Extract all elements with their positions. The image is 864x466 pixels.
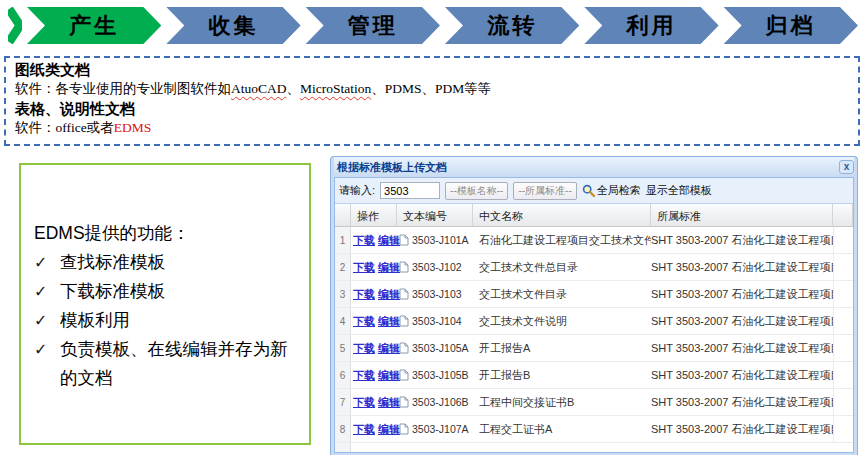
table-row[interactable]: 6 下载编辑 3503-J105B 开工报告B SHT 3503-2007 石油… — [335, 362, 853, 389]
doc-no-cell: 3503-J105A — [397, 342, 473, 354]
row-number: 2 — [335, 254, 351, 280]
process-stage-label: 利用 — [626, 11, 676, 41]
doc-no-text: 3503-J105B — [412, 369, 469, 381]
doc-no-cell: 3503-J103 — [397, 288, 473, 300]
global-search-button[interactable]: 全局检索 — [582, 183, 641, 198]
cn-name-cell: 交工技术文件总目录 — [473, 260, 651, 275]
column-header-cn-name[interactable]: 中文名称 — [473, 204, 651, 227]
software-name-microstation: MicroStation — [300, 81, 371, 96]
column-header-standard[interactable]: 所属标准 — [651, 204, 833, 227]
show-all-templates-button[interactable]: 显示全部模板 — [646, 183, 712, 198]
document-icon — [399, 288, 409, 300]
column-header-doc-no[interactable]: 文本编号 — [397, 204, 473, 227]
download-link[interactable]: 下载 — [353, 261, 375, 273]
window-titlebar: 根据标准模板上传文档 x — [334, 157, 854, 177]
row-actions: 下载编辑 — [351, 368, 397, 383]
filler-cell — [833, 281, 853, 307]
table-row[interactable]: 1 下载编辑 3503-J101A 石油化工建设工程项目交工技术文件封面A SH… — [335, 227, 853, 254]
note-line-drawing-software: 软件：各专业使用的专业制图软件如AtuoCAD、MicroStation、PDM… — [15, 79, 849, 99]
table-row[interactable]: 7 下载编辑 3503-J106B 工程中间交接证书B SHT 3503-200… — [335, 389, 853, 416]
edms-features-list: ✓ 查找标准模板 ✓ 下载标准模板 ✓ 模板利用 ✓ 负责模板、在线编辑并存为新… — [34, 248, 299, 393]
filler-cell — [833, 362, 853, 388]
column-header-rownum — [335, 204, 351, 227]
software-name-autocad: AtuoCAD — [231, 81, 287, 96]
doc-no-cell: 3503-J101A — [397, 234, 473, 246]
cn-name-cell: 交工技术文件目录 — [473, 287, 651, 302]
edms-features-title: EDMS提供的功能： — [34, 219, 299, 248]
cn-name-cell: 工程中间交接证书B — [473, 395, 651, 410]
process-stage-label: 流转 — [487, 11, 537, 41]
document-icon — [399, 342, 409, 354]
download-link[interactable]: 下载 — [353, 234, 375, 246]
doc-no-text: 3503-J103 — [412, 288, 462, 300]
row-actions: 下载编辑 — [351, 233, 397, 248]
cn-name-cell: 工程交工证书A — [473, 422, 651, 437]
standard-cell: SHT 3503-2007 石油化工建设工程项目交工... — [651, 368, 833, 383]
table-row[interactable]: 8 下载编辑 3503-J107A 工程交工证书A SHT 3503-2007 … — [335, 416, 853, 443]
standard-cell: SHT 3503-2007 石油化工建设工程项目交工... — [651, 395, 833, 410]
global-search-label: 全局检索 — [597, 183, 641, 198]
doc-no-text: 3503-J104 — [412, 315, 462, 327]
feature-item-text: 负责模板、在线编辑并存为新的文档 — [60, 335, 299, 393]
window-body: 请输入: --模板名称-- --所属标准-- 全局检索 显示全部模板 操作 文本… — [334, 177, 854, 453]
column-header-action[interactable]: 操作 — [351, 204, 397, 227]
checkmark-icon: ✓ — [34, 335, 60, 393]
row-actions: 下载编辑 — [351, 260, 397, 275]
download-link[interactable]: 下载 — [353, 342, 375, 354]
checkmark-icon: ✓ — [34, 248, 60, 277]
document-icon — [399, 315, 409, 327]
doc-no-text: 3503-J106B — [412, 396, 469, 408]
note-text: 、PDMS、PDM等等 — [371, 81, 491, 96]
filler-cell — [833, 227, 853, 253]
doc-no-cell: 3503-J102 — [397, 261, 473, 273]
template-grid: 1 下载编辑 3503-J101A 石油化工建设工程项目交工技术文件封面A SH… — [335, 227, 853, 443]
process-stage: 流转 — [445, 7, 579, 44]
standard-filter-button[interactable]: --所属标准-- — [513, 182, 576, 200]
download-link[interactable]: 下载 — [353, 396, 375, 408]
row-actions: 下载编辑 — [351, 422, 397, 437]
row-actions: 下载编辑 — [351, 314, 397, 329]
download-link[interactable]: 下载 — [353, 423, 375, 435]
doc-no-cell: 3503-J106B — [397, 396, 473, 408]
feature-item: ✓ 负责模板、在线编辑并存为新的文档 — [34, 335, 299, 393]
download-link[interactable]: 下载 — [353, 369, 375, 381]
filler-cell — [833, 308, 853, 334]
cn-name-cell: 石油化工建设工程项目交工技术文件封面A — [473, 233, 651, 248]
close-icon[interactable]: x — [839, 160, 854, 174]
row-actions: 下载编辑 — [351, 341, 397, 356]
edms-features-box: EDMS提供的功能： ✓ 查找标准模板 ✓ 下载标准模板 ✓ 模板利用 ✓ 负责… — [19, 163, 311, 445]
search-toolbar: 请输入: --模板名称-- --所属标准-- 全局检索 显示全部模板 — [335, 178, 853, 204]
note-text: 软件：office或者 — [15, 120, 114, 135]
feature-item: ✓ 下载标准模板 — [34, 277, 299, 306]
document-icon — [399, 234, 409, 246]
process-stage-label: 归档 — [766, 11, 816, 41]
table-row[interactable]: 4 下载编辑 3503-J104 交工技术文件说明 SHT 3503-2007 … — [335, 308, 853, 335]
download-link[interactable]: 下载 — [353, 288, 375, 300]
standard-cell: SHT 3503-2007 石油化工建设工程项目交工... — [651, 233, 833, 248]
note-text: 软件：各专业使用的专业制图软件如 — [15, 81, 231, 96]
download-link[interactable]: 下载 — [353, 315, 375, 327]
table-row[interactable]: 2 下载编辑 3503-J102 交工技术文件总目录 SHT 3503-2007… — [335, 254, 853, 281]
template-upload-window: 根据标准模板上传文档 x 请输入: --模板名称-- --所属标准-- 全局检索… — [330, 156, 858, 455]
standard-cell: SHT 3503-2007 石油化工建设工程项目交工... — [651, 260, 833, 275]
row-actions: 下载编辑 — [351, 287, 397, 302]
row-number: 6 — [335, 362, 351, 388]
process-stage: 产生 — [27, 7, 161, 44]
doc-no-cell: 3503-J105B — [397, 369, 473, 381]
cn-name-cell: 开工报告A — [473, 341, 651, 356]
process-flow-bar: 产生 收集 管理 流转 利用 归档 — [8, 7, 858, 44]
note-heading-drawings: 图纸类文档 — [15, 60, 849, 79]
standard-cell: SHT 3503-2007 石油化工建设工程项目交工... — [651, 341, 833, 356]
standard-cell: SHT 3503-2007 石油化工建设工程项目交工... — [651, 314, 833, 329]
feature-item-text: 下载标准模板 — [60, 277, 165, 306]
note-text: 、 — [287, 81, 301, 96]
feature-item-text: 模板利用 — [60, 306, 130, 335]
cn-name-cell: 开工报告B — [473, 368, 651, 383]
column-header-filler — [833, 204, 853, 227]
table-row[interactable]: 5 下载编辑 3503-J105A 开工报告A SHT 3503-2007 石油… — [335, 335, 853, 362]
template-name-filter-button[interactable]: --模板名称-- — [445, 182, 508, 200]
feature-item: ✓ 查找标准模板 — [34, 248, 299, 277]
table-row[interactable]: 3 下载编辑 3503-J103 交工技术文件目录 SHT 3503-2007 … — [335, 281, 853, 308]
standard-cell: SHT 3503-2007 石油化工建设工程项目交工... — [651, 287, 833, 302]
search-input[interactable] — [380, 182, 440, 199]
